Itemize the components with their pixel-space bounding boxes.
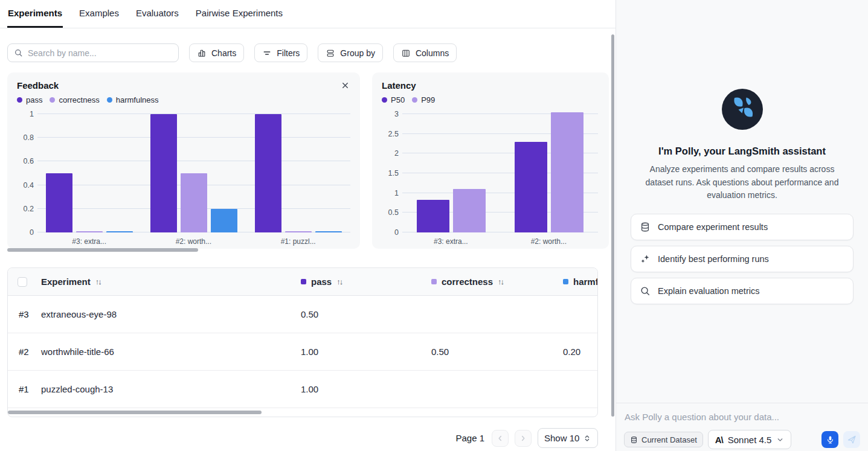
- legend-dot: [50, 97, 55, 103]
- y-tick-label: 0.8: [24, 133, 34, 142]
- tab-evaluators[interactable]: Evaluators: [135, 0, 179, 28]
- legend-item[interactable]: correctness: [50, 95, 99, 104]
- correctness-bar: [181, 173, 207, 232]
- bar-chart-icon: [197, 48, 207, 58]
- y-tick-label: 1: [394, 189, 399, 197]
- y-axis: 32.521.510.50: [382, 114, 402, 232]
- database-icon: [630, 436, 638, 444]
- table-row[interactable]: #2 worthwhile-title-66 1.00 0.50 0.20: [8, 333, 597, 371]
- table-row[interactable]: #1 puzzled-cough-13 1.00: [8, 371, 597, 408]
- y-tick-label: 1: [30, 110, 34, 118]
- next-page-button[interactable]: [515, 430, 532, 447]
- up-down-chevrons-icon: [583, 434, 591, 443]
- model-selector[interactable]: A\ Sonnet 4.5: [708, 430, 792, 449]
- current-dataset-chip[interactable]: Current Dataset: [624, 432, 703, 447]
- x-axis: #3: extra...#2: worth...: [402, 232, 598, 246]
- vertical-scrollbar[interactable]: [611, 34, 614, 417]
- legend-item[interactable]: P50: [382, 95, 405, 104]
- microphone-icon: [826, 435, 835, 444]
- polly-question-input[interactable]: [624, 412, 860, 422]
- x-tick-label: #3: extra...: [72, 237, 106, 246]
- anthropic-logo-icon: A\: [715, 435, 723, 445]
- harmfulness-color-swatch: [563, 279, 568, 284]
- page-label: Page 1: [455, 433, 484, 443]
- column-harmfulness[interactable]: harmfulness: [556, 277, 597, 287]
- y-tick-label: 0.2: [24, 205, 34, 213]
- tab-examples[interactable]: Examples: [79, 0, 120, 28]
- assistant-title: I'm Polly, your LangSmith assistant: [616, 146, 868, 157]
- harmfulness-bar: [315, 231, 342, 232]
- suggestion-best-runs[interactable]: Identify best performing runs: [631, 246, 854, 272]
- legend-item[interactable]: harmfulness: [107, 95, 159, 104]
- y-tick-label: 0: [30, 228, 34, 237]
- bar-group: [515, 112, 583, 232]
- correctness-bar: [285, 231, 312, 232]
- sort-icon[interactable]: ↑↓: [498, 277, 503, 286]
- send-button[interactable]: [843, 431, 860, 448]
- experiment-name[interactable]: puzzled-cough-13: [41, 384, 294, 394]
- feedback-plot: [37, 114, 350, 232]
- assistant-description: Analyze experiments and compare results …: [616, 163, 868, 202]
- sort-icon[interactable]: ↑↓: [336, 277, 342, 286]
- harmfulness-bar: [211, 209, 237, 232]
- legend-item[interactable]: P99: [412, 95, 435, 104]
- page-size-select[interactable]: Show 10: [538, 428, 598, 448]
- feedback-chart-title: Feedback: [17, 80, 59, 91]
- group-by-button[interactable]: Group by: [318, 43, 383, 62]
- latency-plot: [402, 114, 598, 232]
- column-pass[interactable]: pass ↑↓: [294, 277, 424, 287]
- sort-icon[interactable]: ↑↓: [95, 277, 101, 286]
- search-icon: [14, 48, 23, 57]
- legend-dot: [412, 97, 417, 103]
- top-nav: Experiments Examples Evaluators Pairwise…: [0, 0, 616, 28]
- filters-button[interactable]: Filters: [254, 43, 307, 62]
- P99-bar: [551, 112, 583, 232]
- columns-button[interactable]: Columns: [393, 43, 457, 62]
- polly-assistant-panel: I'm Polly, your LangSmith assistant Anal…: [616, 0, 868, 451]
- x-tick-label: #3: extra...: [434, 237, 468, 246]
- y-tick-label: 0: [394, 228, 399, 237]
- feedback-chart-horizontal-scrollbar[interactable]: [7, 248, 198, 252]
- select-all-checkbox[interactable]: [18, 277, 27, 287]
- tab-pairwise-experiments[interactable]: Pairwise Experiments: [195, 0, 283, 28]
- suggestion-explain-metrics[interactable]: Explain evaluation metrics: [631, 278, 854, 304]
- y-tick-label: 2.5: [388, 130, 399, 138]
- previous-page-button[interactable]: [492, 430, 509, 447]
- toolbar: Charts Filters Group by Columns: [0, 43, 616, 62]
- column-experiment[interactable]: Experiment ↑↓: [41, 277, 294, 287]
- y-tick-label: 0.5: [388, 208, 399, 217]
- search-box[interactable]: [7, 43, 179, 62]
- correctness-bar: [76, 231, 103, 232]
- database-icon: [640, 222, 651, 232]
- table-horizontal-scrollbar[interactable]: [8, 411, 262, 414]
- microphone-button[interactable]: [821, 431, 838, 448]
- search-input[interactable]: [28, 48, 172, 58]
- legend-dot: [17, 97, 22, 103]
- P50-bar: [417, 200, 449, 232]
- close-icon[interactable]: [339, 80, 350, 91]
- suggestion-compare-results[interactable]: Compare experiment results: [631, 214, 854, 240]
- table-row[interactable]: #3 extraneous-eye-98 0.50: [8, 296, 597, 333]
- suggestion-list: Compare experiment results Identify best…: [616, 214, 868, 304]
- chevron-right-icon: [519, 434, 527, 443]
- column-correctness[interactable]: correctness ↑↓: [424, 277, 556, 287]
- y-tick-label: 0.4: [24, 181, 34, 190]
- pass-bar: [255, 114, 281, 232]
- legend-item[interactable]: pass: [17, 95, 42, 104]
- pass-bar: [46, 173, 72, 232]
- columns-icon: [401, 48, 411, 58]
- charts-button[interactable]: Charts: [189, 43, 244, 62]
- polly-avatar: [722, 89, 763, 130]
- main-content: Experiments Examples Evaluators Pairwise…: [0, 0, 616, 451]
- pass-bar: [150, 114, 177, 232]
- legend-dot: [382, 97, 387, 103]
- chevron-left-icon: [496, 434, 504, 443]
- bar-group: [255, 114, 342, 232]
- experiment-name[interactable]: worthwhile-title-66: [41, 347, 294, 357]
- pass-color-swatch: [301, 279, 306, 284]
- harmfulness-bar: [106, 231, 133, 232]
- experiment-name[interactable]: extraneous-eye-98: [41, 309, 294, 319]
- tab-experiments[interactable]: Experiments: [7, 0, 63, 28]
- latency-chart-title: Latency: [382, 80, 416, 91]
- legend-dot: [107, 97, 112, 103]
